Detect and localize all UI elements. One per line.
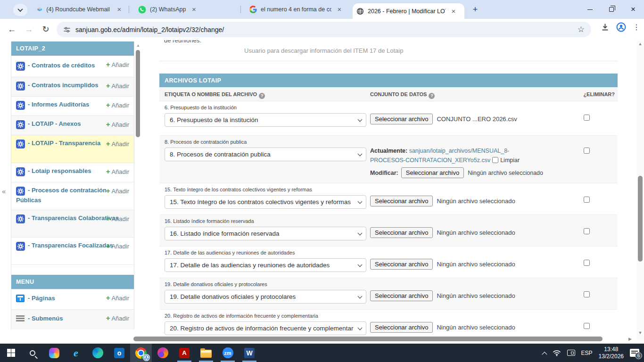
restore-button[interactable] bbox=[601, 0, 622, 19]
address-bar[interactable]: sanjuan.gob.ec/admin/lotaip_2/lotaipv2/3… bbox=[57, 22, 591, 37]
scroll-right-icon[interactable]: ▶ bbox=[628, 337, 632, 341]
taskbar-edge[interactable] bbox=[87, 344, 108, 362]
taskbar-word[interactable]: W bbox=[239, 344, 260, 362]
select-file-button[interactable]: Seleccionar archivo bbox=[401, 167, 464, 178]
item-select[interactable]: 20. Registro de activos de información f… bbox=[165, 321, 366, 335]
taskbar-internet-explorer[interactable]: e bbox=[65, 344, 87, 362]
sidebar-item-lotaip-anexos[interactable]: - LOTAIP - Anexos +Añadir bbox=[11, 115, 134, 135]
profile-icon[interactable] bbox=[616, 22, 626, 32]
sidebar-scrollbar[interactable]: ▲ bbox=[136, 41, 140, 334]
sidebar-item-informes-auditorias[interactable]: - Informes Auditorías +Añadir bbox=[11, 96, 134, 115]
wifi-icon[interactable] bbox=[553, 350, 561, 356]
taskbar-zoom[interactable]: zm bbox=[217, 344, 239, 362]
sidebar-item-contratos-incumplidos[interactable]: - Contratos incumplidos +Añadir bbox=[11, 77, 134, 96]
bookmark-star-icon[interactable]: ☆ bbox=[578, 25, 585, 34]
item-select[interactable]: 6. Presupuesto de la institución bbox=[165, 113, 366, 127]
language-indicator[interactable]: ESP bbox=[581, 350, 593, 356]
tab-roundcube[interactable]: (4) Roundcube Webmail :: Entra × bbox=[33, 0, 127, 19]
select-file-button[interactable]: Seleccionar archivo bbox=[370, 259, 433, 270]
help-icon[interactable]: ? bbox=[429, 93, 435, 99]
horizontal-scrollbar-thumb[interactable] bbox=[133, 337, 603, 341]
add-link[interactable]: +Añadir bbox=[106, 167, 129, 176]
taskbar-file-explorer[interactable] bbox=[195, 344, 217, 362]
sidebar-collapse-icon[interactable]: « bbox=[2, 187, 6, 195]
vertical-scrollbar-thumb[interactable] bbox=[638, 176, 643, 262]
add-link[interactable]: +Añadir bbox=[106, 60, 129, 69]
sidebar-item-paginas[interactable]: - Páginas +Añadir bbox=[11, 289, 134, 309]
reload-button[interactable]: ↻ bbox=[39, 22, 53, 36]
forward-button[interactable]: → bbox=[22, 22, 36, 36]
delete-checkbox[interactable] bbox=[584, 197, 590, 203]
add-link[interactable]: +Añadir bbox=[106, 214, 129, 223]
tab-whatsapp[interactable]: (2) WhatsApp × bbox=[134, 0, 237, 19]
scroll-up-icon[interactable]: ▲ bbox=[636, 41, 644, 46]
add-link[interactable]: +Añadir bbox=[106, 100, 129, 110]
add-link[interactable]: +Añadir bbox=[106, 81, 129, 90]
taskbar-firefox[interactable] bbox=[152, 344, 173, 362]
sidebar-item-transparencias-colaborativas[interactable]: - Transparencias Colaborativas +Añadir bbox=[11, 210, 134, 237]
add-link[interactable]: +Añadir bbox=[106, 186, 129, 196]
taskbar-search-button[interactable] bbox=[22, 344, 43, 362]
sidebar-item-lotaip-transparencia[interactable]: - LOTAIP - Transparencia +Añadir bbox=[11, 135, 134, 163]
tray-chevron-icon[interactable] bbox=[543, 351, 546, 355]
add-link[interactable]: +Añadir bbox=[106, 293, 129, 303]
help-icon[interactable]: ? bbox=[259, 93, 265, 99]
url-text[interactable]: sanjuan.gob.ec/admin/lotaip_2/lotaipv2/3… bbox=[75, 26, 573, 33]
select-file-button[interactable]: Seleccionar archivo bbox=[370, 322, 433, 333]
add-link[interactable]: +Añadir bbox=[106, 241, 129, 251]
tab-search-button[interactable] bbox=[13, 4, 27, 16]
delete-checkbox[interactable] bbox=[584, 228, 590, 234]
item-select[interactable]: 17. Detalle de las audiencias y reunione… bbox=[165, 258, 366, 272]
horizontal-scrollbar[interactable]: ▶ bbox=[133, 336, 644, 342]
delete-checkbox[interactable] bbox=[584, 260, 590, 266]
close-tab-icon[interactable]: × bbox=[190, 5, 198, 14]
select-file-button[interactable]: Seleccionar archivo bbox=[370, 196, 433, 206]
start-button[interactable] bbox=[0, 344, 22, 362]
select-file-button[interactable]: Seleccionar archivo bbox=[370, 114, 433, 124]
delete-checkbox[interactable] bbox=[584, 115, 590, 121]
clock[interactable]: 13:48 13/2/2026 bbox=[599, 346, 624, 360]
taskbar-acrobat[interactable]: A bbox=[173, 344, 195, 362]
item-select[interactable]: 8. Procesos de contratación publica bbox=[165, 148, 366, 161]
item-select[interactable]: 15. Texto íntegro de los contratos colec… bbox=[165, 195, 366, 209]
sidebar-item-transparencias-focalizadas[interactable]: - Transparencias Focalizadas +Añadir bbox=[11, 237, 134, 264]
taskbar-chrome[interactable] bbox=[130, 344, 152, 362]
tab-google-search[interactable]: el numero 4 en forma de coraz × bbox=[246, 0, 350, 19]
tray-display-icon[interactable] bbox=[567, 350, 575, 356]
tab-active-lotaip[interactable]: 2026 - Febrero | Modificar LOTA × bbox=[353, 3, 464, 19]
scroll-down-icon[interactable]: ▼ bbox=[636, 330, 644, 335]
downloads-icon[interactable] bbox=[601, 23, 610, 32]
delete-checkbox[interactable] bbox=[584, 323, 590, 329]
close-window-button[interactable]: × bbox=[622, 0, 644, 19]
select-file-button[interactable]: Seleccionar archivo bbox=[370, 227, 433, 238]
add-link[interactable]: +Añadir bbox=[106, 120, 129, 129]
sidebar-item-contratos-creditos[interactable]: - Contratos de créditos +Añadir bbox=[11, 56, 134, 77]
menu-kebab-icon[interactable]: ⋮ bbox=[633, 23, 640, 32]
sidebar-item-procesos-contratacion[interactable]: - Procesos de contratación Públicas +Aña… bbox=[11, 182, 134, 210]
select-file-button[interactable]: Seleccionar archivo bbox=[370, 290, 433, 301]
taskbar-outlook[interactable]: o bbox=[108, 344, 130, 362]
minimize-button[interactable] bbox=[579, 0, 601, 19]
back-button[interactable]: ← bbox=[5, 22, 19, 36]
taskbar-copilot[interactable] bbox=[43, 344, 65, 362]
add-link[interactable]: +Añadir bbox=[106, 313, 129, 323]
scroll-up-icon[interactable]: ▲ bbox=[136, 43, 140, 48]
vertical-scrollbar[interactable]: ▲ ▼ bbox=[636, 40, 644, 340]
new-tab-button[interactable]: + bbox=[469, 4, 481, 16]
sidebar-scrollbar-thumb[interactable] bbox=[136, 50, 140, 137]
site-settings-icon[interactable] bbox=[63, 26, 71, 33]
close-tab-icon[interactable]: × bbox=[449, 7, 458, 16]
sidebar-item-submenus[interactable]: - Submenús +Añadir bbox=[11, 309, 134, 329]
clear-checkbox[interactable] bbox=[492, 157, 498, 163]
close-tab-icon[interactable]: × bbox=[115, 5, 124, 14]
close-tab-icon[interactable]: × bbox=[335, 5, 344, 14]
delete-checkbox[interactable] bbox=[584, 148, 590, 154]
notifications-icon[interactable]: 6 bbox=[630, 349, 639, 357]
row-label: 17. Detalle de las audiencias y reunione… bbox=[165, 250, 618, 255]
add-link[interactable]: +Añadir bbox=[106, 139, 129, 148]
sidebar-item-lotaip-responsables[interactable]: - Lotaip responsables +Añadir bbox=[11, 163, 134, 182]
delete-checkbox[interactable] bbox=[584, 291, 590, 297]
item-select[interactable]: 19. Detalle donativos oficiales y protoc… bbox=[165, 290, 366, 304]
sidebar-item-label: - Submenús bbox=[28, 315, 63, 322]
item-select[interactable]: 16. Listado índice formación reservada bbox=[165, 227, 366, 240]
